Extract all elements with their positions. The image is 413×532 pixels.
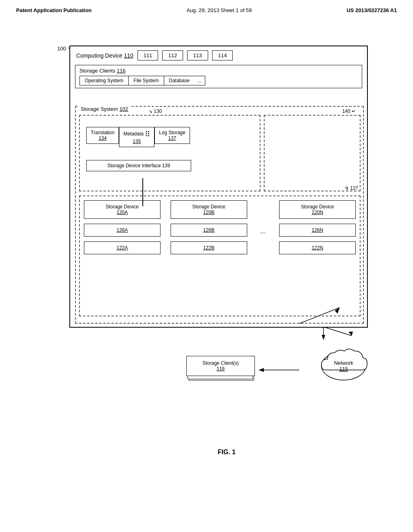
fig-label: FIG. 1	[218, 449, 236, 453]
sd-120a: Storage Device 120A	[84, 200, 161, 219]
sd-120n: Storage Device 120N	[279, 200, 356, 219]
sc-dots: ...	[194, 76, 205, 85]
metadata-135: Metadata ⠿ 135	[119, 127, 154, 147]
tab-112: 112	[162, 50, 183, 60]
label-140: 140 ↵	[342, 108, 356, 114]
page: Patent Application Publication Aug. 29, …	[0, 0, 413, 532]
storage-clients-label: Storage Clients 116	[79, 68, 358, 74]
diagram-container: 100 ↘ Computing Device 110 111 112 113 1…	[57, 29, 404, 473]
bottom-section: Storage Client(s) 116	[138, 344, 380, 432]
sd-col-b: Storage Device 120B 126B 122B	[171, 200, 247, 254]
label-127: ↯ 127	[345, 185, 358, 191]
svg-text:Network: Network	[334, 360, 353, 366]
storage-system-label: Storage System 102	[79, 106, 130, 112]
computing-device-row: Computing Device 110 111 112 113 114	[70, 46, 367, 62]
sd-col-n: Storage Device 120N 126N 122N	[279, 200, 356, 254]
sc-fs: File System	[128, 76, 164, 85]
sd-120b: Storage Device 120B	[171, 200, 247, 219]
inner-dashed-130: ↘ 130 Translation 134 Metadata ⠿ 135	[79, 115, 261, 191]
header-center: Aug. 29, 2013 Sheet 1 of 59	[186, 7, 252, 13]
sd-126b: 126B	[171, 224, 247, 237]
svg-line-0	[299, 308, 340, 324]
header-right: US 2013/0227236 A1	[346, 7, 397, 13]
storage-devices-box: Storage Device 120A 126A 122A	[79, 195, 361, 316]
sd-122b: 122B	[171, 241, 247, 254]
sc-os: Operating System	[79, 76, 128, 85]
sd-dots-col: ...	[257, 200, 269, 254]
header-left: Patent Application Publication	[16, 7, 92, 13]
sdi-139: Storage Device Interface 139	[86, 160, 191, 171]
computing-device-label: Computing Device 110	[76, 52, 133, 59]
inner-dashed-140: 140 ↵ 131 132 133 136 Interface	[264, 115, 361, 191]
storage-clients-bottom-box: Storage Client(s) 116	[186, 356, 255, 376]
sd-126n: 126N	[279, 224, 356, 237]
sc-db: Database	[164, 76, 194, 85]
network-cloud-container: Network 115	[315, 344, 372, 386]
storage-clients-bottom-stack: Storage Client(s) 116	[186, 356, 255, 376]
page-header: Patent Application Publication Aug. 29, …	[0, 0, 413, 17]
storage-clients-inner: Operating System File System Database ..…	[79, 76, 358, 85]
log-storage-137: Log Storage 137	[154, 127, 190, 144]
svg-text:115: 115	[339, 366, 348, 372]
tab-111: 111	[138, 50, 159, 60]
tab-113: 113	[187, 50, 208, 60]
tmls-row: Translation 134 Metadata ⠿ 135 Log Stora…	[86, 127, 190, 147]
storage-system-outer: Storage System 102 ↘ 130 Translation 134	[75, 106, 364, 324]
tab-114: 114	[212, 50, 233, 60]
label-130: ↘ 130	[148, 108, 162, 114]
arrow-network-to-clients	[255, 366, 303, 374]
sd-122a: 122A	[84, 241, 161, 254]
computing-device-box: Computing Device 110 111 112 113 114 Sto…	[69, 46, 368, 328]
svg-marker-3	[259, 368, 264, 372]
sd-122n: 122N	[279, 241, 356, 254]
sd-col-a: Storage Device 120A 126A 122A	[84, 200, 161, 254]
sd-columns: Storage Device 120A 126A 122A	[80, 196, 360, 254]
network-cloud-svg: Network 115	[315, 344, 372, 384]
storage-clients-outer: Storage Clients 116 Operating System Fil…	[75, 65, 362, 88]
translation-134: Translation 134	[86, 127, 119, 144]
sd-126a: 126A	[84, 224, 161, 237]
